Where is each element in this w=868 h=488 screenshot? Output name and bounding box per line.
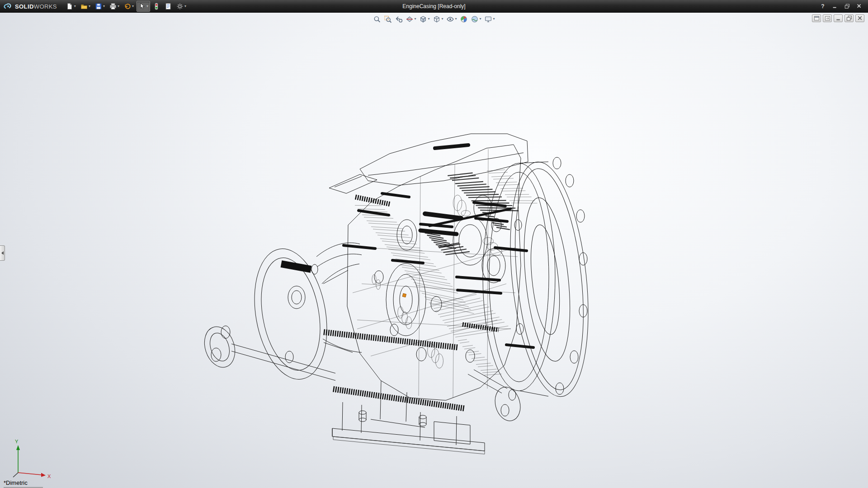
dropdown-caret-icon[interactable]: ▾ — [88, 5, 90, 8]
select-icon — [138, 3, 146, 10]
triad-y-arrow-icon — [16, 445, 20, 450]
print-button[interactable]: ▾ — [108, 1, 121, 12]
orientation-triad: Y X — [3, 437, 57, 481]
triad-x-label: X — [47, 474, 51, 479]
brand-text: SOLIDWORKS — [15, 2, 57, 10]
close-button[interactable] — [854, 2, 864, 10]
triad-x-arrow-icon — [41, 473, 46, 477]
close-icon — [856, 3, 863, 9]
front-mount-arm — [199, 323, 335, 380]
options-button[interactable]: ▾ — [175, 1, 188, 12]
3ds-logo-icon — [4, 2, 13, 10]
dropdown-caret-icon[interactable]: ▾ — [103, 5, 105, 8]
main-toolbar: ▾▾▾▾▾▾▾ — [64, 1, 188, 12]
minimize-button[interactable] — [830, 2, 840, 10]
options-icon — [176, 3, 184, 10]
rebuild-button[interactable] — [151, 1, 162, 12]
print-icon — [109, 3, 117, 10]
save-button[interactable]: ▾ — [93, 1, 107, 12]
dropdown-caret-icon[interactable]: ▾ — [146, 5, 148, 8]
file-properties-icon — [165, 3, 172, 10]
wireframe-geometry — [199, 134, 598, 454]
dropdown-caret-icon[interactable]: ▾ — [184, 5, 186, 8]
triad-z-axis-icon — [13, 473, 18, 477]
open-document-button[interactable]: ▾ — [79, 1, 92, 12]
select-button[interactable]: ▾ — [137, 1, 150, 12]
dropdown-caret-icon[interactable]: ▾ — [74, 5, 76, 8]
base-plate — [332, 381, 485, 454]
new-document-button[interactable]: ▾ — [64, 1, 78, 12]
open-document-icon — [80, 3, 88, 10]
solidworks-logo: SOLIDWORKS — [0, 2, 64, 10]
dropdown-caret-icon[interactable]: ▾ — [132, 5, 134, 8]
undo-icon — [124, 3, 131, 10]
save-icon — [95, 3, 102, 10]
rebuild-icon — [153, 3, 160, 10]
solid-cylinder — [281, 264, 311, 269]
restore-icon — [844, 3, 850, 9]
view-orientation-label: *Dimetric — [4, 479, 43, 488]
dropdown-caret-icon[interactable]: ▾ — [117, 5, 119, 8]
help-button[interactable]: ? — [818, 2, 828, 10]
new-document-icon — [66, 3, 73, 10]
undo-button[interactable]: ▾ — [122, 1, 136, 12]
help-icon: ? — [821, 3, 824, 9]
minimize-icon — [832, 3, 838, 9]
triad-y-label: Y — [15, 439, 19, 444]
main-housing — [316, 134, 528, 400]
wireframe-engine-casing-model[interactable] — [0, 13, 868, 488]
rear-mount-arm — [468, 370, 524, 424]
file-properties-button[interactable] — [163, 1, 174, 12]
window-controls: ? — [818, 2, 868, 10]
restore-button[interactable] — [842, 2, 852, 10]
titlebar: SOLIDWORKS ▾▾▾▾▾▾▾ EngineCasing [Read-on… — [0, 0, 868, 13]
origin-marker — [402, 293, 406, 297]
graphics-area[interactable]: ▾▾▾▾▾▾ — [0, 13, 868, 488]
